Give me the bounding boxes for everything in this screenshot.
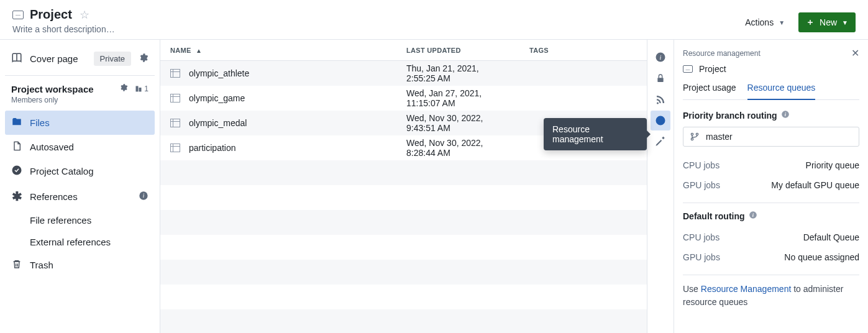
- table-row: [160, 160, 647, 185]
- project-icon: —: [12, 11, 24, 19]
- sidebar-left: Cover page Private Project workspace 1: [0, 40, 160, 333]
- tab-project-usage[interactable]: Project usage: [683, 83, 736, 99]
- info-icon[interactable]: i: [749, 211, 757, 221]
- privacy-badge: Private: [94, 52, 131, 66]
- info-icon[interactable]: i: [781, 110, 790, 121]
- default-gpu-row: GPU jobs No queue assigned: [683, 247, 859, 267]
- resource-management-button[interactable]: [651, 111, 670, 130]
- dataset-icon: [170, 119, 180, 127]
- sidebar-item-trash[interactable]: Trash: [5, 253, 155, 277]
- book-icon: [11, 52, 22, 65]
- gear-icon[interactable]: [139, 53, 148, 65]
- lock-button[interactable]: [651, 68, 670, 88]
- description-input[interactable]: Write a short description…: [12, 24, 740, 34]
- trash-icon: [11, 258, 22, 271]
- sort-ascending-icon: ▲: [196, 47, 202, 54]
- resource-management-panel: Resource management ✕ — Project Project …: [674, 40, 868, 333]
- plus-icon: ＋: [806, 17, 815, 28]
- trash-label: Trash: [30, 260, 148, 270]
- table-row[interactable]: olympic_athlete Thu, Jan 21, 2021, 2:55:…: [160, 61, 647, 86]
- table-row: [160, 235, 647, 260]
- folder-icon: [11, 116, 22, 129]
- dataset-icon: [170, 144, 180, 152]
- svg-point-12: [691, 138, 693, 140]
- svg-point-10: [691, 133, 693, 135]
- svg-point-2: [12, 166, 22, 175]
- gear-icon[interactable]: [119, 83, 128, 94]
- svg-text:i: i: [660, 54, 662, 61]
- project-catalog-label: Project Catalog: [30, 166, 148, 176]
- cover-page-label: Cover page: [30, 53, 86, 64]
- tooltip: Resource management: [544, 118, 647, 150]
- workspace-title: Project workspace: [11, 84, 94, 94]
- table-row: [160, 210, 647, 235]
- separator: [683, 275, 859, 275]
- members-only-label: Members only: [11, 96, 148, 104]
- separator: [683, 203, 859, 203]
- chevron-down-icon: ▼: [779, 19, 785, 26]
- check-circle-icon: [11, 165, 22, 178]
- file-table: NAME ▲ LAST UPDATED TAGS olympic_athlete…: [160, 40, 647, 333]
- references-label: References: [30, 191, 131, 202]
- new-label: New: [820, 17, 837, 27]
- default-routing-title: Default routing i: [683, 211, 859, 221]
- priority-routing-title: Priority branch routing i: [683, 110, 859, 121]
- svg-rect-1: [139, 88, 142, 92]
- svg-rect-7: [657, 78, 663, 82]
- table-row: [160, 309, 647, 333]
- cover-page-item[interactable]: Cover page Private: [5, 46, 155, 71]
- asterisk-icon: ✱: [11, 189, 22, 204]
- member-count[interactable]: 1: [134, 84, 148, 93]
- sidebar-item-project-catalog[interactable]: Project Catalog: [5, 159, 155, 183]
- autosaved-label: Autosaved: [30, 142, 148, 152]
- actions-button[interactable]: Actions ▼: [740, 14, 790, 31]
- favorite-star-icon[interactable]: ☆: [80, 8, 89, 22]
- feed-button[interactable]: [651, 89, 670, 109]
- table-body: olympic_athlete Thu, Jan 21, 2021, 2:55:…: [160, 61, 647, 333]
- file-references-label: File references: [30, 215, 148, 226]
- svg-rect-0: [136, 86, 139, 92]
- workspace-actions: 1: [119, 83, 148, 94]
- sidebar-item-references[interactable]: ✱ References i: [5, 183, 155, 209]
- new-button[interactable]: ＋ New ▼: [798, 12, 856, 32]
- icon-rail: i: [647, 40, 674, 333]
- table-row: [160, 260, 647, 285]
- panel-header: Resource management ✕: [683, 47, 859, 59]
- priority-cpu-row: CPU jobs Priority queue: [683, 155, 859, 175]
- sidebar-item-external-references[interactable]: External references: [5, 231, 155, 253]
- sidebar-item-file-references[interactable]: File references: [5, 209, 155, 231]
- branch-icon: [690, 132, 700, 142]
- table-header: NAME ▲ LAST UPDATED TAGS: [160, 40, 647, 61]
- separator: [5, 75, 155, 76]
- tab-resource-queues[interactable]: Resource queues: [747, 83, 816, 100]
- app-header: — Project ☆ Write a short description… A…: [0, 0, 868, 39]
- sidebar-item-autosaved[interactable]: Autosaved: [5, 135, 155, 159]
- project-icon: —: [683, 65, 693, 73]
- external-references-label: External references: [30, 237, 148, 247]
- table-row[interactable]: olympic_game Wed, Jan 27, 2021, 11:15:07…: [160, 86, 647, 111]
- settings-button[interactable]: [651, 132, 670, 152]
- info-icon[interactable]: i: [139, 191, 148, 203]
- main-layout: Cover page Private Project workspace 1: [0, 39, 868, 333]
- close-icon[interactable]: ✕: [851, 47, 859, 59]
- panel-project-row: — Project: [683, 64, 859, 74]
- sidebar-item-files[interactable]: Files: [5, 111, 155, 135]
- title-row: — Project ☆: [12, 7, 740, 22]
- header-right: Actions ▼ ＋ New ▼: [740, 7, 856, 32]
- column-name[interactable]: NAME ▲: [160, 47, 396, 54]
- workspace-header: Project workspace 1 Members only: [5, 80, 155, 106]
- chevron-down-icon: ▼: [842, 19, 848, 26]
- document-icon: [11, 140, 22, 153]
- dataset-icon: [170, 94, 180, 103]
- panel-project-name: Project: [699, 64, 726, 74]
- table-row: [160, 185, 647, 210]
- resource-management-link[interactable]: Resource Management: [701, 284, 792, 294]
- column-last-updated[interactable]: LAST UPDATED: [396, 47, 519, 54]
- default-cpu-row: CPU jobs Default Queue: [683, 227, 859, 247]
- column-tags[interactable]: TAGS: [519, 47, 647, 54]
- priority-gpu-row: GPU jobs My default GPU queue: [683, 175, 859, 195]
- branch-input[interactable]: master: [683, 127, 859, 147]
- header-left: — Project ☆ Write a short description…: [12, 7, 740, 34]
- files-label: Files: [30, 117, 148, 128]
- info-button[interactable]: i: [651, 47, 670, 67]
